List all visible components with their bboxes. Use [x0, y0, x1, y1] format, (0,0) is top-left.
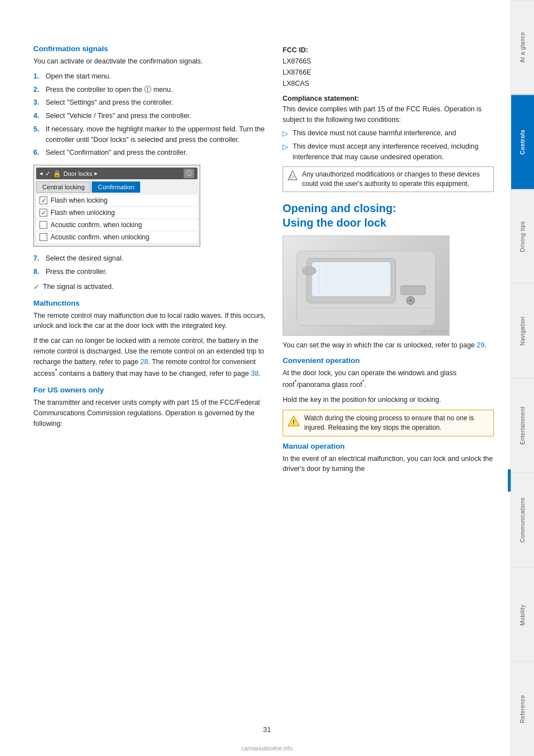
door-locks-nav-label: Door locks: [63, 170, 92, 177]
convenient-operation-text1: At the door lock, you can operate the wi…: [283, 368, 494, 391]
door-caption: You can set the way in which the car is …: [283, 340, 494, 351]
checkbox-acoustic-unlocking[interactable]: [39, 233, 47, 241]
svg-rect-4: [312, 262, 390, 296]
sidebar: At a glance Controls Driving tips Naviga…: [511, 0, 534, 756]
bullet-1: ▷ This device must not cause harmful int…: [283, 128, 494, 139]
malfunctions-title: Malfunctions: [33, 299, 266, 307]
confirmation-signals-title: Confirmation signals: [33, 45, 266, 53]
us-owners-section: For US owners only The transmitter and r…: [33, 386, 266, 429]
page-marker: [508, 469, 511, 492]
compliance-text: This device complies with part 15 of the…: [283, 105, 482, 124]
us-owners-text: The transmitter and receiver units compl…: [33, 397, 266, 429]
image-watermark: VEL3510C5A: [421, 329, 448, 334]
door-locks-ui-box: ◂ ✓ 🔒 Door locks ▸ ⓘ Central locking Con…: [33, 165, 200, 247]
sidebar-item-communications[interactable]: Communications: [511, 473, 534, 567]
option-acoustic-locking: Acoustic confirm. when locking: [36, 219, 197, 230]
convenient-operation-section: Convenient operation At the door lock, y…: [283, 356, 494, 405]
svg-text:!: !: [293, 419, 295, 425]
malfunctions-para1: The remote control may malfunction due t…: [33, 311, 266, 332]
checkbox-flash-unlocking[interactable]: ✓: [39, 209, 47, 217]
link-page-29[interactable]: 29: [477, 341, 484, 349]
link-page-38[interactable]: 38: [251, 370, 259, 377]
warning-box: ! Watch during the closing process to en…: [283, 410, 494, 436]
warning-text: Watch during the closing process to ensu…: [304, 414, 489, 433]
step-7: 7. Select the desired signal.: [33, 253, 266, 264]
door-lock-image: VEL3510C5A: [283, 235, 449, 336]
option-acoustic-unlocking: Acoustic confirm. when unlocking: [36, 232, 197, 243]
checkbox-flash-locking[interactable]: ✓: [39, 197, 47, 204]
watermark: carmanualsoline.info: [241, 745, 293, 752]
bullet-2: ▷ This device must accept any interferen…: [283, 141, 494, 163]
opening-closing-title: Opening and closing:Using the door lock: [283, 201, 494, 230]
svg-point-11: [302, 266, 316, 275]
step-3: 3. Select "Settings" and press the contr…: [33, 97, 266, 108]
compliance-block: Compliance statement: This device compli…: [283, 94, 494, 125]
checkbox-options: ✓ Flash when locking ✓ Flash when unlock…: [36, 195, 197, 243]
tab-confirmation[interactable]: Confirmation: [92, 181, 140, 193]
door-lock-svg: [291, 241, 441, 330]
checkmark-icon: ✓: [33, 283, 39, 291]
malfunctions-section: Malfunctions The remote control may malf…: [33, 299, 266, 380]
note-text: Any unauthorized modifications or change…: [302, 170, 489, 189]
sidebar-item-reference[interactable]: Reference: [511, 661, 534, 756]
confirmation-signals-intro: You can activate or deactivate the confi…: [33, 56, 266, 67]
nav-forward-arrow: ▸: [95, 170, 98, 177]
option-flash-locking: ✓ Flash when locking: [36, 195, 197, 206]
sidebar-item-at-a-glance[interactable]: At a glance: [511, 0, 534, 95]
step-4: 4. Select "Vehicle / Tires" and press th…: [33, 111, 266, 121]
fcc-block: FCC ID: LX8766S LX8766E LX8CAS: [283, 45, 494, 89]
svg-rect-5: [400, 286, 425, 294]
svg-text:▷: ▷: [290, 173, 295, 179]
bullet-arrow-2: ▷: [283, 141, 288, 163]
note-box: ▷ Any unauthorized modifications or chan…: [283, 166, 494, 192]
warning-triangle-icon: !: [288, 415, 300, 427]
step-8: 8. Press the controller.: [33, 267, 266, 277]
fcc-id-1: LX8766S: [283, 57, 311, 65]
confirmation-signals-section: Confirmation signals You can activate or…: [33, 45, 266, 291]
manual-operation-section: Manual operation In the event of an elec…: [283, 442, 494, 475]
bullet-arrow-1: ▷: [283, 128, 288, 139]
steps-list-1: 1. Open the start menu. 2. Press the con…: [33, 71, 266, 158]
checkbox-acoustic-locking[interactable]: [39, 221, 47, 229]
sidebar-item-entertainment[interactable]: Entertainment: [511, 378, 534, 473]
fcc-id-2: LX8766E: [283, 68, 311, 76]
steps-list-2: 7. Select the desired signal. 8. Press t…: [33, 253, 266, 277]
step-2: 2. Press the controller to open the Ⓘ me…: [33, 85, 266, 95]
convenient-operation-title: Convenient operation: [283, 356, 494, 365]
convenient-operation-text2: Hold the key in the position for unlocki…: [283, 395, 494, 405]
door-locks-tabs: Central locking Confirmation: [36, 181, 197, 193]
compliance-bullets: ▷ This device must not cause harmful int…: [283, 128, 494, 162]
link-page-28[interactable]: 28: [140, 358, 148, 366]
svg-point-7: [409, 299, 412, 302]
page-number: 31: [263, 725, 271, 734]
option-flash-unlocking: ✓ Flash when unlocking: [36, 207, 197, 218]
step-5: 5. If necessary, move the highlight mark…: [33, 124, 266, 145]
compliance-label: Compliance statement:: [283, 95, 359, 102]
note-triangle-icon: ▷: [288, 170, 298, 180]
fcc-id-3: LX8CAS: [283, 80, 309, 87]
signal-activated-line: ✓ The signal is activated.: [33, 283, 266, 291]
manual-operation-text: In the event of an electrical malfunctio…: [283, 454, 494, 475]
fcc-id-label: FCC ID:: [283, 46, 308, 54]
door-locks-nav: ◂ ✓ 🔒 Door locks ▸ ⓘ: [36, 168, 197, 179]
sidebar-item-navigation[interactable]: Navigation: [511, 283, 534, 378]
nav-back-arrow: ◂: [39, 170, 43, 177]
malfunctions-para2: If the car can no longer be locked with …: [33, 336, 266, 379]
sidebar-item-controls[interactable]: Controls: [511, 95, 534, 189]
sidebar-item-mobility[interactable]: Mobility: [511, 567, 534, 662]
step-6: 6. Select "Confirmation" and press the c…: [33, 148, 266, 158]
manual-operation-title: Manual operation: [283, 442, 494, 450]
sidebar-item-driving-tips[interactable]: Driving tips: [511, 189, 534, 284]
step-1: 1. Open the start menu.: [33, 71, 266, 82]
tab-central-locking[interactable]: Central locking: [36, 181, 91, 193]
us-owners-title: For US owners only: [33, 386, 266, 394]
